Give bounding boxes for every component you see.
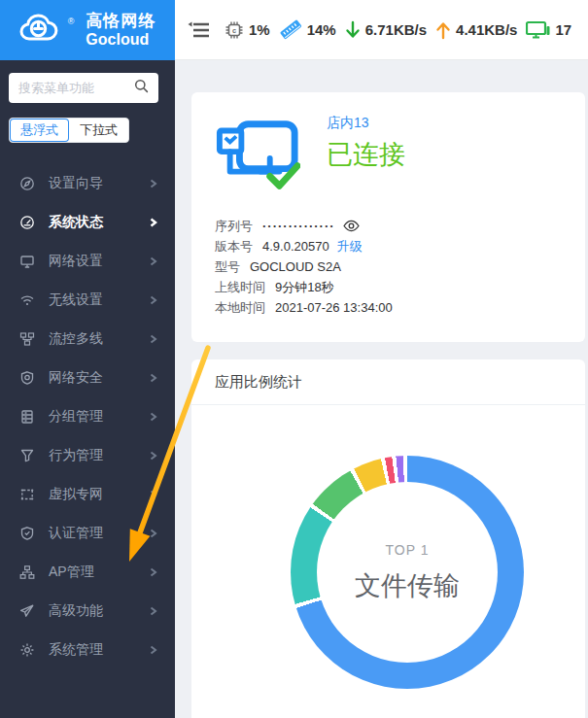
app-window: ® 高恪网络 Gocloud c (0, 0, 588, 718)
sidebar-item-label: 无线设置 (49, 291, 149, 309)
sidebar-item-auth-management[interactable]: 认证管理 (0, 514, 175, 553)
main-content: 店内13 已连接 序列号 ·············· 版本号 (175, 60, 588, 718)
cloud-logo-icon (19, 12, 64, 49)
sidebar-item-group-management[interactable]: 分组管理 (0, 397, 175, 436)
sidebar-item-label: 行为管理 (49, 447, 149, 464)
sidebar-item-behavior-management[interactable]: 行为管理 (0, 436, 175, 475)
ap-tree-icon (19, 564, 36, 580)
app-ratio-card: 应用比例统计 TOP 1 文件传输 (191, 359, 585, 718)
search-input[interactable] (18, 81, 134, 95)
sidebar-item-ap-management[interactable]: AP管理 (0, 553, 175, 592)
online-devices-stat: 17 (526, 20, 571, 40)
chevron-right-icon (149, 179, 157, 188)
detail-model: 型号 GOCLOUD S2A (215, 256, 562, 277)
monitor-icon (19, 254, 36, 269)
sidebar-item-label: 分组管理 (49, 408, 149, 426)
tab-dropdown-style[interactable]: 下拉式 (69, 119, 128, 142)
svg-text:c: c (232, 26, 236, 35)
tab-floating-style[interactable]: 悬浮式 (10, 119, 69, 142)
eye-icon[interactable] (343, 220, 360, 232)
sidebar-item-flow-control[interactable]: 流控多线 (0, 320, 175, 359)
memory-value: 14% (307, 21, 336, 38)
sidebar-item-system-management[interactable]: 系统管理 (0, 631, 175, 669)
brand-name-en: Gocloud (86, 31, 156, 49)
sidebar-item-label: 流控多线 (49, 330, 149, 348)
donut-chart: TOP 1 文件传输 (191, 405, 585, 707)
donut-top-label: TOP 1 (386, 542, 430, 558)
detail-label: 本地时间 (215, 299, 265, 317)
brand-logo[interactable]: ® 高恪网络 Gocloud (0, 0, 175, 60)
download-value: 6.71KB/s (365, 21, 427, 38)
detail-label: 序列号 (215, 218, 253, 235)
compass-icon (19, 176, 36, 191)
chevron-right-icon (149, 218, 157, 227)
sidebar-item-wireless-settings[interactable]: 无线设置 (0, 281, 175, 320)
shield-icon (19, 370, 36, 386)
sidebar-item-network-security[interactable]: 网络安全 (0, 359, 175, 397)
funnel-icon (19, 448, 36, 463)
sidebar-collapse-icon[interactable] (188, 21, 210, 39)
detail-local-time: 本地时间 2021-07-26 13:34:00 (215, 297, 562, 318)
chevron-right-icon (149, 529, 157, 538)
sidebar-item-label: 虚拟专网 (49, 486, 149, 503)
sidebar-item-label: 网络设置 (49, 253, 149, 270)
menu-search-box[interactable] (9, 73, 158, 103)
chevron-right-icon (149, 295, 157, 305)
vpn-icon (19, 487, 36, 502)
menu-style-switch: 悬浮式 下拉式 (9, 118, 129, 143)
topbar: c 1% 14% (175, 0, 588, 60)
gauge-icon (19, 215, 36, 230)
connection-status: 已连接 (327, 137, 405, 172)
chevron-right-icon (149, 256, 157, 266)
upgrade-link[interactable]: 升级 (337, 238, 363, 256)
chevron-right-icon (149, 490, 157, 499)
detail-serial: 序列号 ·············· (215, 216, 562, 236)
model-value: GOCLOUD S2A (250, 259, 341, 274)
dart-icon (19, 603, 36, 619)
group-icon (19, 409, 36, 425)
sidebar-item-label: 高级功能 (49, 602, 149, 620)
upload-stat: 4.41KB/s (435, 20, 517, 40)
memory-stat: 14% (279, 19, 336, 40)
device-name: 店内13 (327, 115, 405, 132)
chevron-right-icon (149, 567, 157, 577)
sidebar-item-label: 系统状态 (49, 214, 149, 231)
chevron-right-icon (149, 645, 157, 655)
router-connected-icon (215, 118, 300, 195)
multiline-icon (19, 331, 36, 347)
sidebar-menu: 设置向导 系统状态 网络设置 无线 (0, 164, 175, 669)
header: ® 高恪网络 Gocloud c (0, 0, 588, 60)
sidebar-item-label: 网络安全 (49, 369, 149, 387)
online-devices-icon (526, 20, 550, 40)
memory-icon (279, 19, 302, 40)
registered-mark: ® (68, 17, 75, 26)
upload-arrow-icon (435, 20, 451, 40)
sidebar-item-setup-wizard[interactable]: 设置向导 (0, 164, 175, 203)
detail-version: 版本号 4.9.0.20570 升级 (215, 236, 562, 256)
chevron-right-icon (149, 334, 157, 344)
cpu-value: 1% (249, 21, 270, 38)
cpu-stat: c 1% (225, 20, 270, 40)
device-status-card: 店内13 已连接 序列号 ·············· 版本号 (191, 92, 585, 342)
device-details: 序列号 ·············· 版本号 4.9.0.20570 升级 (215, 216, 562, 318)
detail-uptime: 上线时间 9分钟18秒 (215, 277, 562, 297)
sidebar-item-label: AP管理 (49, 564, 149, 581)
chevron-right-icon (149, 451, 157, 461)
wifi-icon (19, 292, 36, 308)
chevron-right-icon (149, 373, 157, 383)
version-value: 4.9.0.20570 (262, 239, 329, 254)
sidebar-item-network-settings[interactable]: 网络设置 (0, 242, 175, 281)
sidebar-item-system-status[interactable]: 系统状态 (0, 203, 175, 242)
brand-name-cn: 高恪网络 (86, 13, 156, 31)
shield-check-icon (19, 526, 36, 541)
detail-label: 型号 (215, 258, 240, 276)
devices-count: 17 (555, 21, 571, 38)
chart-title: 应用比例统计 (191, 359, 585, 405)
search-icon[interactable] (134, 79, 149, 97)
cpu-icon: c (225, 20, 244, 40)
donut-center: TOP 1 文件传输 (317, 482, 498, 663)
sidebar-item-label: 认证管理 (49, 525, 149, 542)
sidebar-item-vpn[interactable]: 虚拟专网 (0, 475, 175, 514)
donut-main-label: 文件传输 (355, 568, 460, 603)
sidebar-item-advanced-features[interactable]: 高级功能 (0, 592, 175, 631)
